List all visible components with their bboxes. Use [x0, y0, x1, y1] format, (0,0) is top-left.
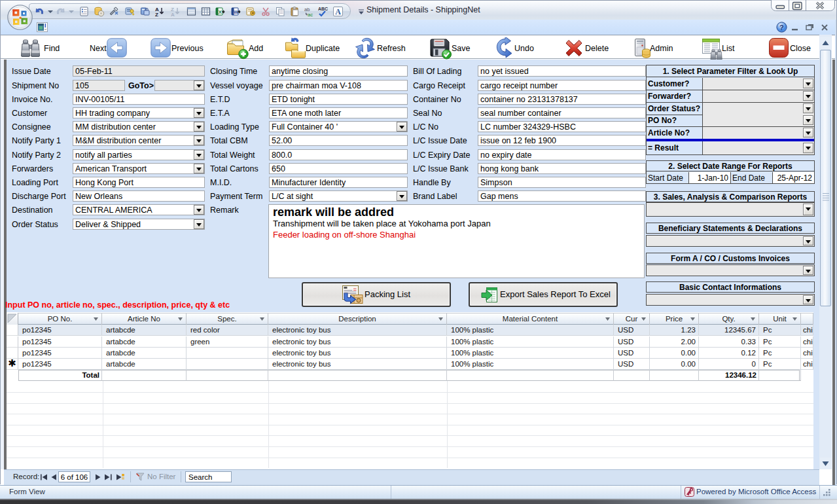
- svg-text:?: ?: [779, 24, 784, 31]
- svg-text:ABC: ABC: [318, 7, 328, 11]
- svg-text:A: A: [171, 12, 175, 18]
- svg-text:ac: ac: [308, 12, 313, 18]
- svg-text:X: X: [219, 9, 222, 15]
- svg-text:Z: Z: [155, 12, 158, 18]
- svg-text:A: A: [335, 7, 341, 16]
